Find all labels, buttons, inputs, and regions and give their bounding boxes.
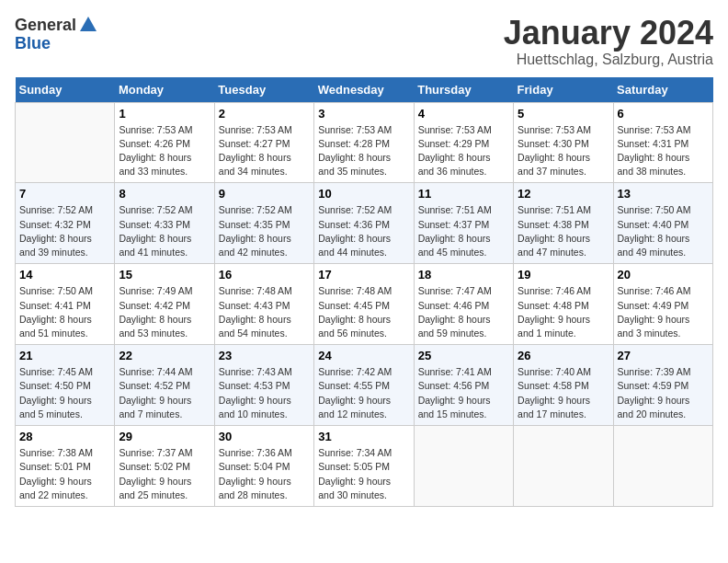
day-number: 15: [119, 268, 210, 282]
day-cell: [414, 426, 513, 507]
day-cell: 16Sunrise: 7:48 AMSunset: 4:43 PMDayligh…: [214, 264, 313, 345]
calendar-subtitle: Huettschlag, Salzburg, Austria: [504, 52, 713, 68]
day-cell: 22Sunrise: 7:44 AMSunset: 4:52 PMDayligh…: [115, 345, 214, 426]
day-info: Sunrise: 7:36 AMSunset: 5:04 PMDaylight:…: [219, 446, 310, 502]
day-info: Sunrise: 7:51 AMSunset: 4:38 PMDaylight:…: [518, 203, 609, 259]
day-number: 9: [219, 187, 310, 201]
day-info: Sunrise: 7:34 AMSunset: 5:05 PMDaylight:…: [318, 446, 409, 502]
day-info: Sunrise: 7:52 AMSunset: 4:35 PMDaylight:…: [219, 203, 310, 259]
day-number: 11: [418, 187, 509, 201]
col-header-tuesday: Tuesday: [214, 77, 313, 103]
day-cell: 19Sunrise: 7:46 AMSunset: 4:48 PMDayligh…: [514, 264, 613, 345]
day-cell: [514, 426, 613, 507]
day-number: 30: [219, 430, 310, 443]
day-cell: 14Sunrise: 7:50 AMSunset: 4:41 PMDayligh…: [16, 264, 115, 345]
day-number: 28: [19, 430, 110, 443]
title-area: January 2024 Huettschlag, Salzburg, Aust…: [504, 15, 713, 68]
day-number: 16: [219, 268, 310, 282]
logo-blue: Blue: [15, 35, 51, 52]
day-cell: 10Sunrise: 7:52 AMSunset: 4:36 PMDayligh…: [314, 183, 414, 264]
svg-marker-0: [80, 17, 97, 31]
day-cell: 21Sunrise: 7:45 AMSunset: 4:50 PMDayligh…: [16, 345, 115, 426]
day-info: Sunrise: 7:39 AMSunset: 4:59 PMDaylight:…: [618, 365, 709, 421]
day-info: Sunrise: 7:53 AMSunset: 4:28 PMDaylight:…: [318, 123, 409, 179]
col-header-sunday: Sunday: [16, 77, 115, 103]
day-cell: 9Sunrise: 7:52 AMSunset: 4:35 PMDaylight…: [214, 183, 313, 264]
day-cell: 31Sunrise: 7:34 AMSunset: 5:05 PMDayligh…: [314, 426, 414, 507]
day-info: Sunrise: 7:43 AMSunset: 4:53 PMDaylight:…: [219, 365, 310, 421]
header-row: SundayMondayTuesdayWednesdayThursdayFrid…: [16, 77, 713, 103]
day-cell: [613, 426, 712, 507]
day-cell: 7Sunrise: 7:52 AMSunset: 4:32 PMDaylight…: [16, 183, 115, 264]
day-info: Sunrise: 7:52 AMSunset: 4:33 PMDaylight:…: [119, 203, 210, 259]
day-cell: 11Sunrise: 7:51 AMSunset: 4:37 PMDayligh…: [414, 183, 513, 264]
day-number: 5: [518, 107, 609, 121]
week-row-2: 7Sunrise: 7:52 AMSunset: 4:32 PMDaylight…: [16, 183, 713, 264]
day-number: 12: [518, 187, 609, 201]
day-cell: 3Sunrise: 7:53 AMSunset: 4:28 PMDaylight…: [314, 102, 414, 183]
day-cell: 30Sunrise: 7:36 AMSunset: 5:04 PMDayligh…: [214, 426, 313, 507]
logo-icon: [78, 15, 98, 35]
day-number: 23: [219, 349, 310, 362]
week-row-1: 1Sunrise: 7:53 AMSunset: 4:26 PMDaylight…: [16, 102, 713, 183]
header: General Blue January 2024 Huettschlag, S…: [15, 15, 713, 68]
day-info: Sunrise: 7:50 AMSunset: 4:41 PMDaylight:…: [19, 284, 110, 340]
calendar-title: January 2024: [504, 15, 713, 52]
col-header-thursday: Thursday: [414, 77, 513, 103]
day-number: 2: [219, 107, 310, 121]
day-number: 21: [19, 349, 110, 362]
day-number: 18: [418, 268, 509, 282]
day-cell: 8Sunrise: 7:52 AMSunset: 4:33 PMDaylight…: [115, 183, 214, 264]
day-number: 13: [618, 187, 709, 201]
day-cell: 17Sunrise: 7:48 AMSunset: 4:45 PMDayligh…: [314, 264, 414, 345]
day-info: Sunrise: 7:49 AMSunset: 4:42 PMDaylight:…: [119, 284, 210, 340]
day-number: 22: [119, 349, 210, 362]
logo: General Blue: [15, 15, 98, 52]
day-number: 19: [518, 268, 609, 282]
day-info: Sunrise: 7:51 AMSunset: 4:37 PMDaylight:…: [418, 203, 509, 259]
day-number: 27: [618, 349, 709, 362]
day-cell: 26Sunrise: 7:40 AMSunset: 4:58 PMDayligh…: [514, 345, 613, 426]
day-info: Sunrise: 7:46 AMSunset: 4:49 PMDaylight:…: [618, 284, 709, 340]
day-number: 4: [418, 107, 509, 121]
col-header-wednesday: Wednesday: [314, 77, 414, 103]
col-header-friday: Friday: [514, 77, 613, 103]
day-number: 3: [318, 107, 409, 121]
day-cell: 29Sunrise: 7:37 AMSunset: 5:02 PMDayligh…: [115, 426, 214, 507]
day-number: 26: [518, 349, 609, 362]
day-cell: 25Sunrise: 7:41 AMSunset: 4:56 PMDayligh…: [414, 345, 513, 426]
day-info: Sunrise: 7:40 AMSunset: 4:58 PMDaylight:…: [518, 365, 609, 421]
day-cell: 20Sunrise: 7:46 AMSunset: 4:49 PMDayligh…: [613, 264, 712, 345]
day-cell: 1Sunrise: 7:53 AMSunset: 4:26 PMDaylight…: [115, 102, 214, 183]
day-number: 7: [19, 187, 110, 201]
day-number: 1: [119, 107, 210, 121]
day-info: Sunrise: 7:47 AMSunset: 4:46 PMDaylight:…: [418, 284, 509, 340]
day-info: Sunrise: 7:48 AMSunset: 4:45 PMDaylight:…: [318, 284, 409, 340]
day-info: Sunrise: 7:53 AMSunset: 4:26 PMDaylight:…: [119, 123, 210, 179]
day-cell: 12Sunrise: 7:51 AMSunset: 4:38 PMDayligh…: [514, 183, 613, 264]
week-row-3: 14Sunrise: 7:50 AMSunset: 4:41 PMDayligh…: [16, 264, 713, 345]
col-header-saturday: Saturday: [613, 77, 712, 103]
day-info: Sunrise: 7:50 AMSunset: 4:40 PMDaylight:…: [618, 203, 709, 259]
day-cell: 27Sunrise: 7:39 AMSunset: 4:59 PMDayligh…: [613, 345, 712, 426]
day-number: 10: [318, 187, 409, 201]
day-info: Sunrise: 7:48 AMSunset: 4:43 PMDaylight:…: [219, 284, 310, 340]
day-number: 25: [418, 349, 509, 362]
calendar-table: SundayMondayTuesdayWednesdayThursdayFrid…: [15, 77, 713, 507]
day-cell: 15Sunrise: 7:49 AMSunset: 4:42 PMDayligh…: [115, 264, 214, 345]
day-number: 8: [119, 187, 210, 201]
day-info: Sunrise: 7:42 AMSunset: 4:55 PMDaylight:…: [318, 365, 409, 421]
day-info: Sunrise: 7:52 AMSunset: 4:36 PMDaylight:…: [318, 203, 409, 259]
day-info: Sunrise: 7:45 AMSunset: 4:50 PMDaylight:…: [19, 365, 110, 421]
day-info: Sunrise: 7:38 AMSunset: 5:01 PMDaylight:…: [19, 446, 110, 502]
day-info: Sunrise: 7:53 AMSunset: 4:31 PMDaylight:…: [618, 123, 709, 179]
day-number: 17: [318, 268, 409, 282]
day-cell: 24Sunrise: 7:42 AMSunset: 4:55 PMDayligh…: [314, 345, 414, 426]
week-row-5: 28Sunrise: 7:38 AMSunset: 5:01 PMDayligh…: [16, 426, 713, 507]
day-info: Sunrise: 7:53 AMSunset: 4:30 PMDaylight:…: [518, 123, 609, 179]
day-number: 6: [618, 107, 709, 121]
day-number: 20: [618, 268, 709, 282]
day-info: Sunrise: 7:53 AMSunset: 4:29 PMDaylight:…: [418, 123, 509, 179]
day-info: Sunrise: 7:46 AMSunset: 4:48 PMDaylight:…: [518, 284, 609, 340]
day-info: Sunrise: 7:44 AMSunset: 4:52 PMDaylight:…: [119, 365, 210, 421]
